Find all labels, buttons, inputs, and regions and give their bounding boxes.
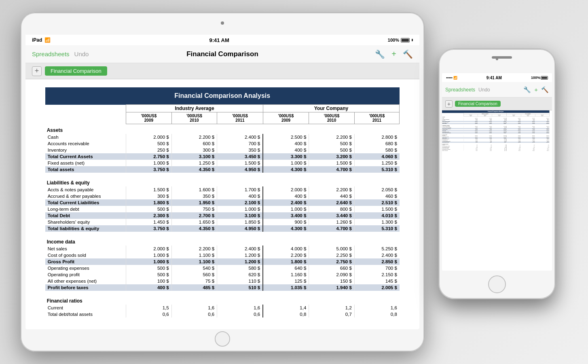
ipad-home-button[interactable] (215, 331, 230, 347)
data-cell: 1.000 $ (126, 258, 171, 265)
table-row: Cost of goods sold 1.000 $ 1.100 $ 1.200… (45, 252, 400, 258)
data-cell: 3.400 $ (263, 212, 309, 219)
add-icon[interactable]: + (391, 49, 396, 59)
iphone-wrench-icon[interactable]: 🔨 (541, 86, 549, 93)
data-cell: 700 $ (217, 140, 263, 147)
data-cell: 3.100 $ (217, 212, 263, 219)
data-cell: 485 $ (171, 284, 217, 291)
iphone-add-tab-button[interactable]: + (445, 100, 453, 108)
data-cell: 500 $ (309, 147, 354, 153)
row-label: Current (45, 305, 126, 311)
data-cell: 1,6 (217, 305, 263, 311)
iphone-tools-icon[interactable]: 🔧 (523, 86, 531, 93)
data-cell: 400 $ (263, 193, 309, 199)
row-label: Cost of goods sold (45, 252, 126, 258)
table-row: Accts & notes payable 1.500 $ 1.600 $ 1.… (45, 186, 400, 193)
ipad-status-right: 100% (388, 38, 413, 42)
data-cell: 350 $ (171, 193, 217, 199)
row-label: Gross Profit (45, 258, 126, 265)
data-cell: 600 $ (171, 140, 217, 147)
iphone-spreadsheets-back[interactable]: Spreadsheets (445, 87, 475, 93)
data-cell: 1.850 $ (217, 219, 263, 225)
data-cell: 1.500 $ (309, 160, 354, 166)
data-cell: 640 $ (263, 265, 309, 271)
data-cell: 3.750 $ (126, 166, 171, 173)
data-cell: 1.800 $ (126, 199, 171, 206)
wrench-icon[interactable]: 🔨 (403, 49, 413, 59)
table-row: Shareholders' equity 1.450 $ 1.650 $ 1.8… (45, 219, 400, 225)
data-cell: 3.200 $ (309, 153, 354, 160)
year-header-row: '000US$2009 '000US$2010 '000US$2011 '000… (45, 112, 400, 124)
table-row: Operating expenses 500 $ 540 $ 580 $ 640… (45, 265, 400, 271)
data-cell: 1.000 $ (217, 206, 263, 212)
data-cell: 500 $ (309, 140, 354, 147)
data-cell: 2.640 $ (309, 199, 354, 206)
data-cell: 4.350 $ (171, 225, 217, 232)
data-cell: 4.060 $ (354, 153, 399, 160)
data-cell: 250 $ (126, 147, 171, 153)
comp-col-2011: '000US$2011 (354, 112, 399, 124)
data-cell: 5.000 $ (309, 245, 354, 252)
undo-button[interactable]: Undo (74, 51, 89, 57)
iphone-home-button[interactable] (488, 275, 506, 293)
iphone-signal: ●●●●● 📶 (446, 76, 457, 80)
iphone-undo-button[interactable]: Undo (478, 87, 490, 93)
spreadsheets-back-button[interactable]: Spreadsheets (32, 51, 70, 57)
data-cell: 2.300 $ (126, 212, 171, 219)
data-cell: 4.950 $ (217, 166, 263, 173)
row-label: Inventory (45, 147, 126, 153)
table-row-bold: Total assets 3.750 $ 4.350 $ 4.950 $ 4.3… (45, 166, 400, 173)
table-row: Financial ratios (45, 295, 400, 305)
data-cell: 0,7 (309, 311, 354, 317)
data-cell: 750 $ (171, 206, 217, 212)
data-cell: 0,8 (263, 311, 309, 317)
iphone-camera (496, 58, 498, 60)
data-cell: 1.800 $ (263, 258, 309, 265)
data-cell: 2.000 $ (126, 245, 171, 252)
iphone-battery: 100% (531, 76, 548, 80)
data-cell: 1,6 (171, 305, 217, 311)
table-row: Fixed assets (net) 1.000 $ 1.250 $ 1.500… (45, 160, 400, 166)
data-cell: 2.150 $ (354, 271, 399, 278)
tools-icon[interactable]: 🔧 (375, 49, 385, 59)
battery-percent: 100% (388, 38, 399, 42)
data-cell: 1.950 $ (171, 199, 217, 206)
financial-table: Financial Comparison Analysis Industry A… (45, 87, 400, 317)
spacer-row (45, 291, 400, 295)
iphone-sheet-scaled: Financial Comparison Analysis Industry A… (442, 110, 550, 151)
table-title-row: Financial Comparison Analysis (45, 87, 400, 105)
section-assets: Assets (45, 124, 400, 134)
table-row: Liabilities & equity (45, 177, 400, 186)
row-label: Total Debt (45, 212, 126, 219)
data-cell: 1.250 $ (171, 160, 217, 166)
data-cell: 700 $ (354, 265, 399, 271)
data-cell: 1.500 $ (354, 206, 399, 212)
data-cell: 300 $ (126, 193, 171, 199)
iphone-device: ●●●●● 📶 9:41 AM 100% Spreadsheets Undo 🔧… (438, 49, 556, 299)
table-row-bold: Total Current Liabilities 1.800 $ 1.950 … (45, 199, 400, 206)
ipad-time: 9:41 AM (209, 37, 229, 43)
data-cell: 800 $ (309, 206, 354, 212)
wifi-icon: 📶 (44, 37, 51, 43)
data-cell: 400 $ (217, 193, 263, 199)
data-cell: 5.310 $ (354, 166, 399, 173)
data-cell: 500 $ (126, 140, 171, 147)
data-cell: 3.300 $ (263, 153, 309, 160)
add-tab-button[interactable]: + (32, 66, 42, 76)
table-row: Accrued & other payables 300 $ 350 $ 400… (45, 193, 400, 199)
data-cell: 145 $ (354, 278, 399, 284)
ipad-status-bar: iPad 📶 9:41 AM 100% (25, 35, 419, 45)
data-cell: 300 $ (171, 147, 217, 153)
spacer-row (45, 232, 400, 236)
iphone-add-icon[interactable]: + (534, 86, 538, 93)
data-cell: 4.700 $ (309, 225, 354, 232)
data-cell: 1.000 $ (126, 252, 171, 258)
active-tab[interactable]: Financial Comparison (45, 66, 107, 76)
ipad-toolbar-left: Spreadsheets Undo (32, 51, 127, 57)
iphone-active-tab[interactable]: Financial Comparison (455, 101, 501, 107)
data-cell: 4.950 $ (217, 225, 263, 232)
table-row: Assets (45, 124, 400, 134)
table-title: Financial Comparison Analysis (45, 87, 400, 105)
data-cell: 1.035 $ (263, 284, 309, 291)
iphone-status-bar: ●●●●● 📶 9:41 AM 100% (442, 73, 552, 82)
